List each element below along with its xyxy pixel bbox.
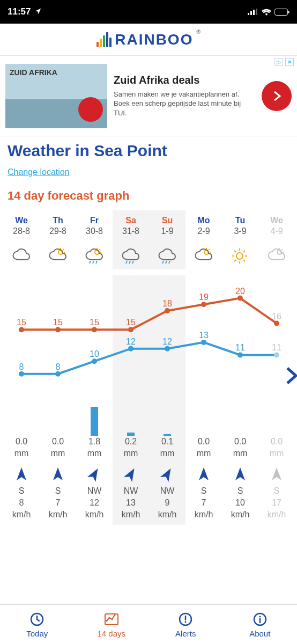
wind-icon-cell xyxy=(185,464,222,485)
precip-bar xyxy=(113,398,149,436)
chart-bg-col xyxy=(3,275,40,398)
adchoices-icon[interactable]: ▷ xyxy=(274,58,283,66)
temp-low-label: 8 xyxy=(3,362,40,372)
wind-direction-icon xyxy=(124,466,138,482)
nav-about[interactable]: About xyxy=(223,605,298,644)
app-brand-header: RAINBOO ® xyxy=(0,24,297,56)
bottom-nav: Today14 daysAlertsAbout xyxy=(0,604,297,644)
nav-14days[interactable]: 14 days xyxy=(75,605,149,644)
advertisement-banner[interactable]: ▷ ✕ ZUID AFRIKA Zuid Afrika deals Samen … xyxy=(0,56,297,136)
rain-weather-icon xyxy=(157,246,177,266)
svg-point-62 xyxy=(114,614,115,616)
scroll-right-button[interactable] xyxy=(285,366,297,387)
day-of-week: Mo xyxy=(185,210,222,226)
nav-label: Today xyxy=(26,629,48,638)
precip-unit: mm xyxy=(40,448,76,464)
day-of-week: Tu xyxy=(222,210,258,226)
wind-icon-cell xyxy=(113,464,149,485)
temp-high-label: 20 xyxy=(222,287,258,296)
svg-point-67 xyxy=(259,616,261,617)
svg-line-14 xyxy=(100,249,101,250)
wind-unit: km/h xyxy=(149,509,185,525)
wind-speed: 7 xyxy=(40,497,76,509)
ad-controls: ▷ ✕ xyxy=(274,58,294,66)
ad-title: Zuid Afrika deals xyxy=(114,74,255,86)
day-date: 29-8 xyxy=(40,226,76,243)
precip-unit: mm xyxy=(113,448,149,464)
wind-direction: S xyxy=(222,485,258,497)
status-right xyxy=(248,9,289,16)
precip-value: 0.0 xyxy=(185,436,222,448)
svg-line-36 xyxy=(234,260,236,261)
svg-line-33 xyxy=(234,251,236,252)
wind-icon-cell xyxy=(40,464,76,485)
ad-text: Zuid Afrika deals Samen maken we je vaka… xyxy=(114,74,255,118)
forecast-grid[interactable]: WeThFrSaSuMoTuWe 28-829-830-831-81-92-93… xyxy=(0,210,297,525)
day-of-week: Fr xyxy=(76,210,113,226)
svg-point-65 xyxy=(185,621,187,623)
svg-line-16 xyxy=(93,261,94,264)
wind-direction: S xyxy=(258,485,295,497)
precip-bar xyxy=(222,398,258,436)
wind-speed: 12 xyxy=(76,497,113,509)
svg-rect-5 xyxy=(288,11,289,13)
partly-weather-icon xyxy=(266,246,287,266)
svg-line-35 xyxy=(243,251,245,252)
wind-unit: km/h xyxy=(258,509,295,525)
wind-direction: NW xyxy=(76,485,113,497)
shower-weather-icon xyxy=(84,246,105,266)
wind-icon-cell xyxy=(222,464,258,485)
page-title: Weather in Sea Point xyxy=(8,142,289,160)
svg-line-27 xyxy=(209,249,210,250)
svg-line-23 xyxy=(169,261,170,264)
nav-label: 14 days xyxy=(97,629,125,638)
weather-icon-cell xyxy=(222,243,258,269)
wind-speed: 13 xyxy=(113,497,149,509)
temp-low-label: 8 xyxy=(40,362,76,372)
brand-name: RAINBOO xyxy=(115,31,193,48)
wind-unit: km/h xyxy=(185,509,222,525)
nav-alerts[interactable]: Alerts xyxy=(148,605,223,644)
ios-status-bar: 11:57 xyxy=(0,0,297,24)
wind-speed: 10 xyxy=(222,497,258,509)
svg-rect-1 xyxy=(250,11,252,15)
day-date: 30-8 xyxy=(76,226,113,243)
wind-direction: S xyxy=(40,485,76,497)
change-location-link[interactable]: Change location xyxy=(8,167,70,177)
nav-today[interactable]: Today xyxy=(0,605,75,644)
temp-high-label: 15 xyxy=(3,318,40,327)
temp-high-label: 19 xyxy=(185,292,222,302)
day-date: 2-9 xyxy=(185,226,222,243)
temp-low-label: 11 xyxy=(222,343,258,353)
temp-high-label: 16 xyxy=(258,312,295,321)
graph-icon xyxy=(103,611,120,627)
info-icon xyxy=(252,611,268,627)
wind-speed: 9 xyxy=(149,497,185,509)
svg-line-40 xyxy=(282,249,283,250)
svg-line-17 xyxy=(96,261,97,264)
day-date: 3-9 xyxy=(222,226,258,243)
wind-speed: 8 xyxy=(3,497,40,509)
svg-line-34 xyxy=(243,260,245,261)
day-of-week: We xyxy=(3,210,40,226)
nav-label: Alerts xyxy=(175,629,196,638)
weather-icon-cell xyxy=(3,243,40,269)
precip-value: 0.2 xyxy=(113,436,149,448)
clock-icon xyxy=(29,611,45,627)
temp-high-label: 18 xyxy=(149,299,185,309)
ad-cta-button[interactable] xyxy=(262,81,292,111)
alert-icon xyxy=(177,611,194,627)
wind-unit: km/h xyxy=(76,509,113,525)
chart-bg-col xyxy=(40,275,76,398)
precip-value: 0.0 xyxy=(258,436,295,448)
ad-image-tag: ZUID AFRIKA xyxy=(10,68,57,77)
wind-unit: km/h xyxy=(222,509,258,525)
svg-line-15 xyxy=(90,261,91,264)
wifi-icon xyxy=(262,9,271,16)
cloud-weather-icon xyxy=(11,246,32,266)
weather-icon-cell xyxy=(113,243,149,269)
ad-close-icon[interactable]: ✕ xyxy=(285,58,294,66)
svg-line-21 xyxy=(162,261,164,264)
wind-icon-cell xyxy=(149,464,185,485)
nav-label: About xyxy=(249,629,270,638)
